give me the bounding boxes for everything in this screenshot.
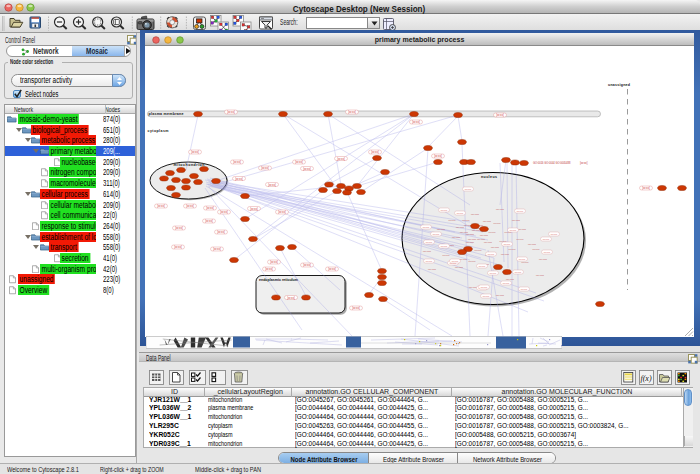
svg-text:mitochondrion: mitochondrion (174, 163, 205, 167)
svg-text:[xx:xx]: [xx:xx] (303, 167, 311, 171)
svg-text:[xx:xx]: [xx:xx] (521, 288, 528, 290)
svg-text:[xx:xx]: [xx:xx] (270, 260, 278, 264)
svg-text:[xx:xx]: [xx:xx] (510, 229, 517, 231)
svg-text:[xx:xx]: [xx:xx] (515, 271, 522, 273)
svg-text:[xx:xxx]: [xx:xxx] (536, 274, 544, 277)
svg-text:[xx:xx]: [xx:xx] (489, 231, 496, 234)
svg-text:[xx:xx]: [xx:xx] (412, 120, 420, 124)
svg-text:[xx:xxx]: [xx:xxx] (469, 286, 477, 289)
svg-text:[xx:xx]: [xx:xx] (250, 207, 258, 211)
svg-text:[xx:xxx]: [xx:xxx] (471, 213, 479, 216)
svg-text:[xx:xx]: [xx:xx] (642, 186, 650, 190)
svg-text:[xx:xx]: [xx:xx] (463, 219, 470, 222)
svg-text:[xx:xx]: [xx:xx] (235, 177, 243, 181)
svg-text:[xx:xxx]: [xx:xxx] (460, 231, 468, 234)
svg-text:[xx:xx]: [xx:xx] (544, 251, 551, 253)
svg-text:[xx:xx]: [xx:xx] (488, 253, 495, 255)
svg-text:unassigned: unassigned (608, 83, 630, 87)
svg-text:[xx:xx]: [xx:xx] (174, 245, 182, 249)
svg-text:[xx:xx]: [xx:xx] (328, 267, 336, 271)
svg-text:plasma membrane: plasma membrane (149, 112, 184, 116)
svg-text:[xx:xx]: [xx:xx] (213, 247, 221, 251)
svg-text:[xx:xx]: [xx:xx] (490, 272, 497, 274)
svg-text:[xx:xx]: [xx:xx] (519, 258, 526, 260)
svg-text:[xx:xx]: [xx:xx] (504, 243, 511, 245)
svg-text:[xx:xx]: [xx:xx] (423, 226, 430, 228)
svg-text:[xx:xx]: [xx:xx] (233, 160, 241, 164)
svg-text:[xx:xx]: [xx:xx] (543, 238, 550, 240)
svg-text:[xx:xxx]: [xx:xxx] (491, 246, 499, 249)
svg-text:[xx:xx]: [xx:xx] (261, 166, 269, 170)
svg-text:[xx:xx]: [xx:xx] (268, 183, 276, 187)
svg-text:[xx:xx]: [xx:xx] (503, 282, 510, 284)
svg-text:[xx:xxx]: [xx:xxx] (437, 228, 445, 231)
svg-text:[xx:xxx]: [xx:xxx] (528, 243, 536, 246)
svg-text:[xx:xxx]: [xx:xxx] (539, 258, 547, 261)
svg-text:[xx:xx]: [xx:xx] (509, 248, 516, 251)
svg-text:[xx:xx]: [xx:xx] (457, 212, 464, 214)
svg-text:[xx:xx]: [xx:xx] (426, 260, 433, 262)
svg-text:[xx:xxx]: [xx:xxx] (466, 241, 474, 244)
svg-text:[xx:xx]: [xx:xx] (265, 267, 273, 271)
svg-text:[xx:xx]: [xx:xx] (175, 226, 183, 230)
svg-text:f(x): f(x) (640, 374, 651, 383)
svg-text:[xx:xxx]: [xx:xxx] (512, 219, 520, 222)
svg-text:[xx:xxx]: [xx:xxx] (496, 208, 504, 211)
svg-text:[xx:xx]: [xx:xx] (337, 157, 345, 161)
svg-text:[xx:xx]: [xx:xx] (217, 230, 225, 234)
svg-text:[xx:xx]: [xx:xx] (186, 204, 194, 208)
svg-text:[xx:xx]: [xx:xx] (220, 210, 228, 214)
svg-text:[xx:xx]: [xx:xx] (303, 263, 311, 267)
svg-text:[xx:xx]: [xx:xx] (551, 233, 558, 235)
svg-text:[xx:xxx]: [xx:xxx] (423, 250, 431, 253)
svg-text:[xx:xx]: [xx:xx] (475, 249, 482, 252)
svg-text:[xx:xx]: [xx:xx] (533, 248, 540, 251)
svg-text:[xx:xxx]: [xx:xxx] (496, 294, 504, 297)
svg-text:[xx:xx]: [xx:xx] (278, 210, 286, 214)
svg-text:[xx:xx]: [xx:xx] (205, 219, 213, 223)
svg-text:[xx:xx]: [xx:xx] (452, 260, 459, 262)
svg-text:[xx:xx]: [xx:xx] (494, 222, 501, 225)
svg-text:[xx:xxx]: [xx:xxx] (455, 266, 463, 269)
svg-text:[xx:xx]: [xx:xx] (496, 113, 504, 117)
svg-text:[xx:xx]: [xx:xx] (295, 160, 303, 164)
svg-text:[xx:xx]: [xx:xx] (522, 261, 529, 264)
svg-text:[xx:xx]: [xx:xx] (469, 260, 476, 263)
svg-text:[xx:xx]: [xx:xx] (483, 295, 490, 297)
svg-text:[xx:xxx]: [xx:xxx] (428, 268, 436, 271)
svg-text:[xx:xx]: [xx:xx] (517, 238, 524, 241)
svg-text:[xx:xx]: [xx:xx] (580, 161, 588, 165)
svg-text:[xx:xx]: [xx:xx] (191, 150, 199, 154)
svg-text:[xx:xx]: [xx:xx] (227, 110, 235, 114)
svg-text:[xx:xx]: [xx:xx] (481, 286, 488, 288)
svg-text:[xx:xx]: [xx:xx] (287, 296, 295, 300)
svg-text:[xx:xx]: [xx:xx] (441, 245, 448, 247)
svg-text:[xx:xx]: [xx:xx] (517, 210, 524, 212)
svg-text:[xx:xx]: [xx:xx] (441, 209, 448, 211)
svg-text:nucleus: nucleus (481, 175, 497, 179)
svg-text:[xx:xx]: [xx:xx] (434, 154, 442, 158)
svg-text:[xx:xxx]: [xx:xxx] (480, 234, 488, 237)
svg-text:[xx:xx]: [xx:xx] (443, 254, 450, 257)
svg-text:[xx:xx]: [xx:xx] (433, 233, 440, 235)
svg-text:[xx:xx]: [xx:xx] (348, 110, 356, 114)
svg-text:[xx:xx]: [xx:xx] (479, 265, 486, 267)
svg-text:[xx:xxx]: [xx:xxx] (484, 241, 492, 244)
svg-text:[xx:xx]: [xx:xx] (371, 150, 379, 154)
svg-text:[xx:xxx]: [xx:xxx] (506, 278, 514, 281)
svg-text:[xx:xxx]: [xx:xxx] (501, 253, 509, 256)
svg-text:[xx:xxx]: [xx:xxx] (452, 236, 460, 239)
svg-text:[xx:xx]: [xx:xx] (352, 306, 360, 310)
svg-text:[xx:xx]: [xx:xx] (206, 206, 214, 210)
svg-text:cytoplasm: cytoplasm (148, 129, 169, 133)
svg-text:[xx:xx]: [xx:xx] (449, 219, 456, 222)
svg-text:[xx:xx]: [xx:xx] (426, 241, 433, 243)
svg-text:GO:0016 GO:0044 GO:0005488: GO:0016 GO:0044 GO:0005488 (533, 161, 571, 165)
svg-text:[xx:xxx]: [xx:xxx] (518, 228, 526, 231)
svg-text:endoplasmic reticulum: endoplasmic reticulum (259, 278, 298, 282)
svg-text:[xx:xx]: [xx:xx] (157, 204, 165, 208)
svg-text:[xx:xx]: [xx:xx] (465, 188, 472, 190)
svg-text:[xx:xxx]: [xx:xxx] (483, 220, 491, 223)
